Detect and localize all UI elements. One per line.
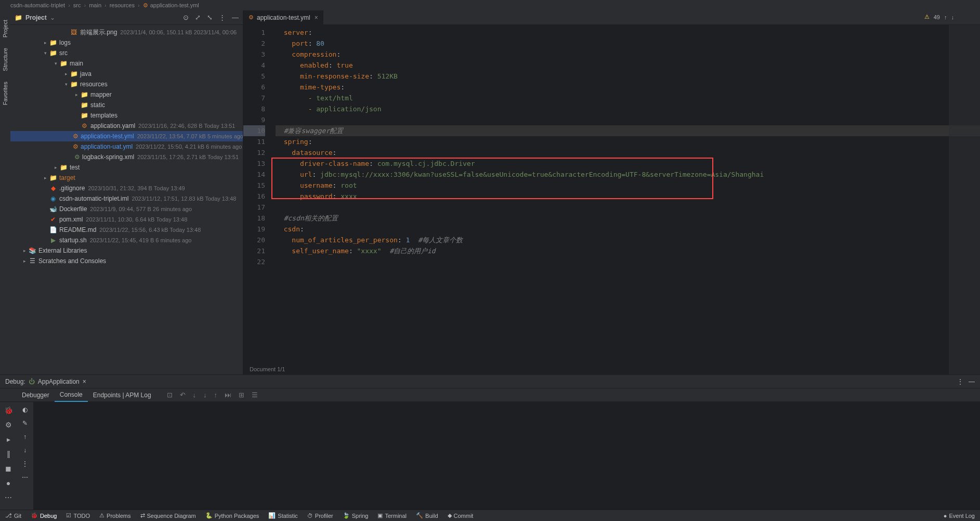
- tree-node[interactable]: 📁templates: [10, 110, 243, 121]
- code-line[interactable]: compression:: [276, 49, 980, 60]
- tree-node[interactable]: ✔pom.xml2023/11/11, 10:30, 6.64 kB Today…: [10, 214, 243, 225]
- bottom-spring[interactable]: 🍃Spring: [343, 512, 369, 519]
- code-line[interactable]: [276, 202, 980, 213]
- project-action-icon[interactable]: ⊙: [183, 14, 189, 21]
- line-number[interactable]: 12: [243, 147, 265, 158]
- debug-tab-console[interactable]: Console: [55, 388, 88, 402]
- next-highlight-icon[interactable]: ↓: [951, 14, 955, 20]
- debug-tab-endpoints---apm-log[interactable]: Endpoints | APM Log: [88, 388, 156, 402]
- breadcrumb-item[interactable]: csdn-automatic-triplet: [10, 2, 65, 8]
- tree-arrow-icon[interactable]: ▾: [42, 50, 49, 56]
- tree-node[interactable]: ▸📁test: [10, 162, 243, 173]
- debug-control-icon[interactable]: ‖: [7, 450, 10, 458]
- debug-action-icon[interactable]: ↓: [203, 391, 207, 399]
- debug-action-icon[interactable]: ↑: [214, 391, 218, 399]
- tree-arrow-icon[interactable]: ▾: [52, 61, 59, 66]
- code-line[interactable]: csdn:: [276, 224, 980, 235]
- tree-node[interactable]: ▾📁src: [10, 48, 243, 58]
- code-line[interactable]: [276, 114, 980, 125]
- code-inspections[interactable]: ⚠ 49 ↑ ↓: [924, 14, 954, 20]
- minimize-icon[interactable]: —: [969, 378, 975, 385]
- tree-node[interactable]: ⚙application.yaml2023/11/16, 22:46, 628 …: [10, 121, 243, 131]
- minimap[interactable]: [949, 25, 980, 374]
- prev-highlight-icon[interactable]: ↑: [944, 14, 947, 20]
- bottom-event-log[interactable]: ●Event Log: [944, 513, 975, 519]
- line-number[interactable]: 16: [243, 191, 265, 202]
- code-line[interactable]: enabled: true: [276, 60, 980, 71]
- project-action-icon[interactable]: ⤡: [207, 14, 213, 21]
- tool-rail-favorites[interactable]: Favorites: [2, 82, 8, 105]
- code-line[interactable]: - text/html: [276, 93, 980, 103]
- tool-rail-project[interactable]: Project: [2, 20, 8, 37]
- chevron-down-icon[interactable]: ⌄: [50, 14, 55, 21]
- code-line[interactable]: datasource:: [276, 147, 980, 158]
- tree-node[interactable]: ▸📁logs: [10, 37, 243, 48]
- project-title[interactable]: Project: [25, 14, 47, 21]
- debug-control-icon[interactable]: ⋮: [22, 460, 28, 467]
- tree-node[interactable]: 🖼前端展示.png2023/11/4, 00:06, 150.11 kB 202…: [10, 27, 243, 37]
- code-line[interactable]: username: root: [276, 180, 980, 191]
- bottom-todo[interactable]: ☑TODO: [66, 512, 90, 519]
- tree-node[interactable]: ▸☰Scratches and Consoles: [10, 256, 243, 266]
- tree-arrow-icon[interactable]: ▸: [21, 258, 28, 264]
- tool-rail-structure[interactable]: Structure: [2, 48, 8, 71]
- breadcrumb-item[interactable]: src: [73, 2, 81, 8]
- line-number[interactable]: 1: [243, 27, 265, 38]
- debug-action-icon[interactable]: ↶: [180, 391, 186, 399]
- tree-node[interactable]: ◆.gitignore2023/10/31, 21:32, 394 B Toda…: [10, 183, 243, 193]
- tree-node[interactable]: ⚙application-test.yml2023/11/22, 13:54, …: [10, 131, 243, 141]
- tree-arrow-icon[interactable]: ▸: [42, 175, 49, 180]
- bottom-terminal[interactable]: ▣Terminal: [377, 512, 407, 519]
- debug-action-icon[interactable]: ⊡: [167, 391, 173, 399]
- code-line[interactable]: driver-class-name: com.mysql.cj.jdbc.Dri…: [276, 158, 980, 169]
- code-line[interactable]: #csdn相关的配置: [276, 213, 980, 224]
- tree-arrow-icon[interactable]: ▾: [62, 82, 70, 87]
- code-line[interactable]: mime-types:: [276, 82, 980, 93]
- code-area[interactable]: server: port: 80 compression: enabled: t…: [269, 25, 980, 364]
- bottom-build[interactable]: 🔨Build: [416, 512, 438, 519]
- line-number[interactable]: 7: [243, 93, 265, 103]
- debug-control-icon[interactable]: ◼: [5, 464, 11, 473]
- bottom-statistic[interactable]: 📊Statistic: [268, 512, 298, 519]
- tree-node[interactable]: ⚙logback-spring.xml2023/11/15, 17:26, 2.…: [10, 152, 243, 162]
- tree-arrow-icon[interactable]: ▸: [62, 71, 70, 76]
- tree-node[interactable]: ▸📚External Libraries: [10, 245, 243, 256]
- line-number[interactable]: 20: [243, 235, 265, 245]
- debug-control-icon[interactable]: ▸: [7, 435, 10, 444]
- debug-control-icon[interactable]: ↓: [23, 447, 27, 454]
- code-line[interactable]: server:: [276, 27, 980, 38]
- code-line[interactable]: spring:: [276, 136, 980, 147]
- debug-control-icon[interactable]: 🐞: [4, 406, 13, 414]
- line-number[interactable]: 8: [243, 103, 265, 114]
- project-action-icon[interactable]: ⋮: [219, 14, 226, 21]
- tree-node[interactable]: 📁static: [10, 100, 243, 110]
- line-number[interactable]: 18: [243, 213, 265, 224]
- code-line[interactable]: [276, 256, 980, 267]
- debug-action-icon[interactable]: ☰: [252, 391, 258, 399]
- tree-node[interactable]: ▾📁resources: [10, 79, 243, 89]
- line-number[interactable]: 11: [243, 136, 265, 147]
- tree-arrow-icon[interactable]: ▸: [21, 248, 28, 253]
- project-tree[interactable]: 🖼前端展示.png2023/11/4, 00:06, 150.11 kB 202…: [10, 25, 243, 374]
- bottom-sequence-diagram[interactable]: ⇄Sequence Diagram: [140, 512, 196, 519]
- code-line[interactable]: num_of_articles_per_person: 1 #每人文章个数: [276, 235, 980, 245]
- tree-node[interactable]: ▸📁java: [10, 69, 243, 79]
- tree-node[interactable]: ▾📁main: [10, 58, 243, 69]
- line-gutter[interactable]: 12345678910111213141516171819202122: [243, 25, 269, 364]
- tree-arrow-icon[interactable]: ▸: [73, 92, 80, 97]
- line-number[interactable]: 22: [243, 256, 265, 267]
- debug-control-icon[interactable]: ↑: [23, 433, 27, 440]
- tree-arrow-icon[interactable]: ▸: [52, 165, 59, 170]
- line-number[interactable]: 21: [243, 245, 265, 256]
- tree-node[interactable]: 🐋Dockerfile2023/11/9, 09:44, 577 B 26 mi…: [10, 204, 243, 214]
- line-number[interactable]: 13: [243, 158, 265, 169]
- tree-node[interactable]: ◉csdn-automatic-triplet.iml2023/11/12, 1…: [10, 193, 243, 204]
- more-icon[interactable]: ⋮: [957, 378, 963, 385]
- bottom-python-packages[interactable]: 🐍Python Packages: [205, 512, 259, 519]
- debug-control-icon[interactable]: ◐: [22, 406, 28, 413]
- code-line[interactable]: - application/json: [276, 103, 980, 114]
- line-number[interactable]: 19: [243, 224, 265, 235]
- line-number[interactable]: 14: [243, 169, 265, 180]
- debug-control-icon[interactable]: ✎: [22, 420, 28, 427]
- line-number[interactable]: 17: [243, 202, 265, 213]
